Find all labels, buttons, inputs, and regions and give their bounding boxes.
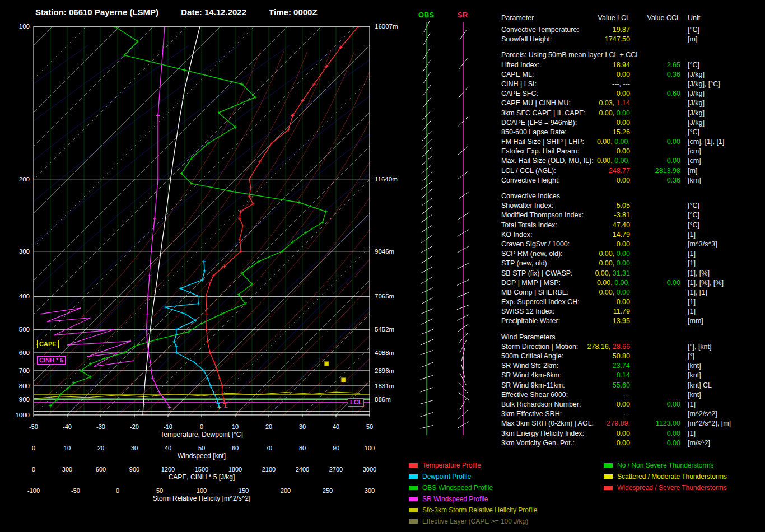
table-row: Snowfall Height:1747.50[m] xyxy=(501,35,764,44)
value-ccl: 0.36 xyxy=(638,176,680,185)
table-row: SWISS 12 Index:11.79[1] xyxy=(501,307,764,316)
svg-text:3000: 3000 xyxy=(363,466,376,473)
svg-text:800: 800 xyxy=(19,382,30,389)
unit-label: [°C] xyxy=(688,211,699,220)
table-section-header: Parcels: Using 50mB mean layer LCL + CCL xyxy=(501,50,764,60)
legend-item: Effective Layer (CAPE >= 100 J/kg) xyxy=(409,516,537,527)
value-lcl: 0.00 xyxy=(501,176,630,185)
svg-text:9046m: 9046m xyxy=(375,248,394,255)
svg-text:900: 900 xyxy=(19,396,30,403)
unit-label: [°C] xyxy=(688,25,699,35)
table-row: Max 3km SRH (0-2km) | AGL:279.89,1123.00… xyxy=(501,419,764,428)
legend-label: OBS Windspeed Profile xyxy=(422,484,493,492)
value-lcl: 279.89, xyxy=(501,419,630,428)
svg-text:300: 300 xyxy=(19,248,30,255)
value-ccl: 0.00 xyxy=(638,429,680,438)
svg-text:4088m: 4088m xyxy=(375,349,394,356)
svg-text:600: 600 xyxy=(96,466,106,473)
legend-item: Sfc-3km Storm Relative Helicity Profile xyxy=(409,505,537,516)
value-lcl: 14.79 xyxy=(501,230,630,240)
value-ccl: 2.65 xyxy=(638,60,680,70)
svg-text:-40: -40 xyxy=(63,423,72,430)
svg-text:30: 30 xyxy=(131,445,138,451)
table-row: 500m Critical Angle:50.80[°] xyxy=(501,352,764,361)
unit-label: [m/s^2] xyxy=(688,438,710,448)
svg-text:100: 100 xyxy=(197,487,207,494)
svg-text:-20: -20 xyxy=(130,423,139,430)
svg-text:11640m: 11640m xyxy=(375,176,398,183)
value-lcl: 0.00 xyxy=(501,297,630,307)
svg-text:0: 0 xyxy=(200,423,203,430)
col-value-ccl: Value CCL xyxy=(638,13,680,23)
legend-label: SR Windspeed Profile xyxy=(422,495,488,503)
svg-text:0: 0 xyxy=(32,466,35,473)
legend-profiles: Temperature ProfileDewpoint ProfileOBS W… xyxy=(409,460,537,527)
value-lcl: 0.00 xyxy=(501,147,630,156)
svg-text:10: 10 xyxy=(232,423,239,430)
value-lcl: 0.00, 0.00, xyxy=(501,156,630,166)
svg-text:250: 250 xyxy=(323,487,333,494)
value-lcl: 8.14 xyxy=(501,371,630,380)
table-row: Storm Direction | Motion:278.16, 28.66[°… xyxy=(501,342,764,352)
svg-text:20: 20 xyxy=(265,423,272,430)
legend-item: Scattered / Moderate Thunderstorms xyxy=(604,471,727,482)
unit-label: [m^3/s^3] xyxy=(688,240,717,249)
value-lcl: 1747.50 xyxy=(501,35,630,44)
table-row: DCP | MMP | MSP:0.00, 0.00,0.00[1], [%],… xyxy=(501,278,764,288)
col-unit: Unit xyxy=(688,13,700,23)
svg-text:900: 900 xyxy=(129,466,139,473)
legend-item: Temperature Profile xyxy=(409,460,537,471)
svg-text:1000: 1000 xyxy=(15,412,30,418)
svg-text:90: 90 xyxy=(333,445,339,451)
table-row: Convective Temperature:19.87[°C] xyxy=(501,25,764,35)
svg-text:0: 0 xyxy=(32,445,35,451)
svg-text:700: 700 xyxy=(19,367,30,374)
svg-text:100: 100 xyxy=(19,23,30,30)
unit-label: [cm], [1], [1] xyxy=(688,137,724,147)
value-lcl: 0.03, 1.14 xyxy=(501,99,630,108)
svg-text:-10: -10 xyxy=(164,423,172,430)
legend-label: Sfc-3km Storm Relative Helicity Profile xyxy=(422,506,537,514)
cape-label-box: CAPE xyxy=(37,340,59,348)
value-lcl: 0.00, 0.00 xyxy=(501,249,630,259)
legend-swatch xyxy=(409,486,418,490)
legend-item: Dewpoint Profile xyxy=(409,471,537,482)
value-lcl: 278.16, 28.66 xyxy=(501,342,630,352)
table-row: Effective Shear 6000:---[knt] xyxy=(501,390,764,400)
legend-swatch xyxy=(604,474,613,479)
svg-text:0: 0 xyxy=(116,487,119,494)
table-row: Craven SigSvr / 1000:0.00[m^3/s^3] xyxy=(501,240,764,249)
unit-label: [knt] xyxy=(688,390,701,400)
unit-label: [J/kg] xyxy=(688,99,705,108)
unit-label: [1], [%] xyxy=(688,269,710,278)
svg-text:16007m: 16007m xyxy=(375,23,398,30)
value-lcl: 15.26 xyxy=(501,128,630,137)
unit-label: [mm] xyxy=(688,316,703,326)
svg-text:1831m: 1831m xyxy=(375,382,394,389)
table-row: 3km Effective SRH:---[m^2/s^2] xyxy=(501,409,764,419)
value-lcl: 0.00, 0.00 xyxy=(501,259,630,268)
value-lcl: 5.05 xyxy=(501,201,630,211)
unit-label: [1], [1] xyxy=(688,288,707,297)
value-ccl: 0.36 xyxy=(638,70,680,80)
value-lcl: 0.00, 0.00 xyxy=(501,288,630,297)
legend-swatch xyxy=(409,463,418,468)
value-ccl: 1123.00 xyxy=(638,419,680,428)
legend-swatch xyxy=(604,463,613,468)
svg-text:Temperature, Dewpoint [°C]: Temperature, Dewpoint [°C] xyxy=(160,431,243,438)
unit-label: [m] xyxy=(688,166,697,176)
table-row: Estofex Exp. Hail Param:0.00[cm] xyxy=(501,147,764,156)
svg-text:1800: 1800 xyxy=(228,466,242,473)
svg-text:200: 200 xyxy=(281,487,291,494)
unit-label: [J/kg] xyxy=(688,89,705,99)
svg-text:50: 50 xyxy=(198,445,205,451)
svg-text:2400: 2400 xyxy=(296,466,309,473)
table-row: Showalter Index:5.05[°C] xyxy=(501,201,764,211)
svg-text:Storm Relative Helicity [m^2/s: Storm Relative Helicity [m^2/s^2] xyxy=(153,494,251,502)
value-lcl: ---, --- xyxy=(501,80,630,89)
unit-label: [m^2/s^2], [m] xyxy=(688,419,731,428)
value-lcl: 19.87 xyxy=(501,25,630,35)
svg-text:Windspeed [knt]: Windspeed [knt] xyxy=(178,452,226,460)
svg-text:886m: 886m xyxy=(375,396,391,403)
cinh-label-box: CINH * 5 xyxy=(37,356,66,365)
